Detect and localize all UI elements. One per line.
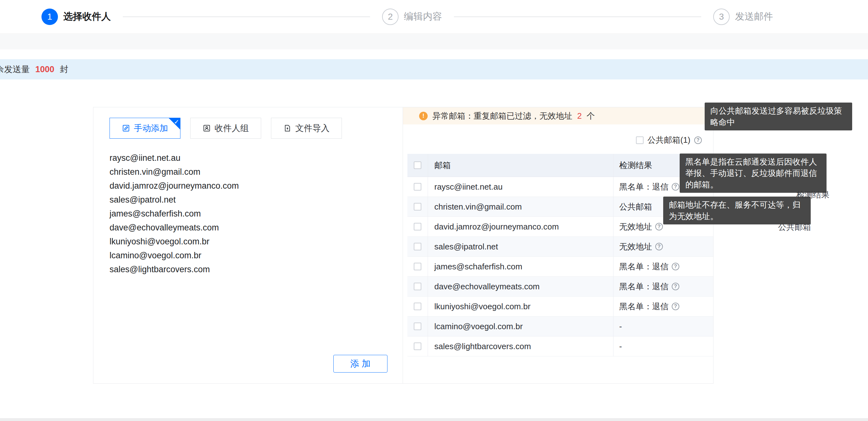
select-all-cell — [407, 154, 428, 177]
email-cell: lcamino@voegol.com.br — [428, 317, 613, 336]
email-line: christen.vin@gmail.com — [110, 165, 390, 179]
public-mailbox-checkbox[interactable] — [636, 137, 644, 144]
email-line: lkuniyoshi@voegol.com.br — [110, 235, 390, 248]
email-cell: sales@ipatrol.net — [428, 237, 613, 257]
email-cell: raysc@iinet.net.au — [428, 177, 613, 197]
row-checkbox[interactable] — [414, 342, 421, 350]
result-cell: - — [613, 317, 714, 336]
quota-unit: 封 — [60, 65, 68, 74]
row-checkbox[interactable] — [414, 243, 421, 250]
row-checkbox[interactable] — [414, 323, 421, 330]
email-line: david.jamroz@journeymanco.com — [110, 179, 390, 193]
check-result-pane: ! 异常邮箱：重复邮箱已过滤，无效地址 2 个 公共邮箱(1) ? 邮箱 检测结… — [403, 107, 713, 383]
email-line: raysc@iinet.net.au — [110, 151, 390, 165]
quota-amount: 1000 — [35, 65, 55, 74]
email-line: lcamino@voegol.com.br — [110, 248, 390, 263]
step-number: 1 — [41, 8, 58, 25]
result-text: 无效地址 — [619, 241, 652, 252]
result-text: 黑名单：退信 — [619, 181, 669, 192]
row-checkbox[interactable] — [414, 183, 421, 190]
row-checkbox-cell — [407, 177, 428, 197]
result-text: 黑名单：退信 — [619, 301, 669, 312]
email-line: james@schaferfish.com — [110, 207, 390, 221]
subheader-band — [0, 34, 868, 49]
step-label: 选择收件人 — [63, 10, 111, 23]
help-icon[interactable]: ? — [672, 303, 679, 310]
help-icon[interactable]: ? — [655, 243, 663, 250]
email-line: dave@echovalleymeats.com — [110, 221, 390, 235]
warning-icon: ! — [419, 112, 428, 120]
help-icon[interactable]: ? — [672, 183, 679, 190]
recipient-group-icon — [203, 124, 211, 132]
row-checkbox-cell — [407, 257, 428, 276]
row-checkbox[interactable] — [414, 303, 421, 310]
table-row: sales@lightbarcovers.com- — [407, 336, 713, 356]
tab-label: 手动添加 — [134, 122, 168, 134]
step-2: 2编辑内容 — [382, 8, 442, 25]
step-label: 发送邮件 — [735, 10, 773, 23]
public-mailbox-help-icon[interactable]: ? — [694, 137, 702, 144]
email-cell: dave@echovalleymeats.com — [428, 277, 613, 296]
abnormal-mailbox-banner: ! 异常邮箱：重复邮箱已过滤，无效地址 2 个 — [403, 107, 713, 124]
step-1: 1选择收件人 — [41, 8, 111, 25]
email-cell: david.jamroz@journeymanco.com — [428, 217, 613, 237]
step-3: 3发送邮件 — [713, 8, 773, 25]
email-line: sales@ipatrol.net — [110, 193, 390, 207]
row-checkbox-cell — [407, 297, 428, 316]
result-text: 公共邮箱 — [619, 201, 652, 212]
email-cell: lkuniyoshi@voegol.com.br — [428, 297, 613, 316]
tab-recipient-group[interactable]: 收件人组 — [190, 118, 261, 139]
table-row: dave@echovalleymeats.com黑名单：退信? — [407, 277, 713, 297]
help-icon[interactable]: ? — [672, 263, 679, 270]
banner-suffix: 个 — [587, 111, 595, 121]
recipient-selection-card: 手动添加✓收件人组文件导入 raysc@iinet.net.auchristen… — [93, 107, 714, 384]
result-text: 黑名单：退信 — [619, 281, 669, 292]
row-checkbox[interactable] — [414, 223, 421, 231]
quota-text: 余发送量 1000 封 — [0, 64, 68, 75]
tab-manual-add[interactable]: 手动添加✓ — [110, 118, 180, 139]
row-checkbox-cell — [407, 317, 428, 336]
email-cell: james@schaferfish.com — [428, 257, 613, 276]
invalid-count: 2 — [577, 111, 582, 121]
banner-text: 异常邮箱：重复邮箱已过滤，无效地址 2 个 — [432, 111, 595, 122]
public-mailbox-filter: 公共邮箱(1) ? — [636, 134, 702, 146]
row-checkbox-cell — [407, 237, 428, 257]
step-number: 2 — [382, 8, 399, 25]
manual-email-input[interactable]: raysc@iinet.net.auchristen.vin@gmail.com… — [110, 151, 390, 342]
step-number: 3 — [713, 8, 730, 25]
tooltip: 邮箱地址不存在、服务不可达等，归为无效地址。 — [663, 197, 811, 224]
quota-bar: 余发送量 1000 封 — [0, 59, 868, 80]
email-cell: christen.vin@gmail.com — [428, 197, 613, 216]
result-cell: 无效地址? — [613, 237, 714, 257]
table-row: james@schaferfish.com黑名单：退信? — [407, 257, 713, 277]
manual-add-pane: 手动添加✓收件人组文件导入 raysc@iinet.net.auchristen… — [93, 107, 403, 383]
help-icon[interactable]: ? — [672, 283, 679, 290]
select-all-checkbox[interactable] — [414, 161, 421, 169]
email-line: sales@lightbarcovers.com — [110, 263, 390, 276]
help-icon[interactable]: ? — [655, 223, 663, 231]
check-result-table: 邮箱 检测结果 raysc@iinet.net.au黑名单：退信?christe… — [407, 154, 713, 356]
public-mailbox-label: 公共邮箱(1) — [647, 134, 690, 146]
table-row: lkuniyoshi@voegol.com.br黑名单：退信? — [407, 297, 713, 317]
row-checkbox-cell — [407, 217, 428, 237]
step-label: 编辑内容 — [404, 10, 442, 23]
row-checkbox[interactable] — [414, 283, 421, 290]
email-column-header: 邮箱 — [428, 154, 613, 177]
manual-add-icon — [122, 124, 130, 132]
row-checkbox[interactable] — [414, 263, 421, 270]
email-cell: sales@lightbarcovers.com — [428, 336, 613, 356]
bottom-strip — [0, 418, 868, 421]
table-row: lcamino@voegol.com.br- — [407, 317, 713, 336]
step-connector — [454, 17, 701, 17]
tab-label: 收件人组 — [215, 122, 249, 134]
table-header: 邮箱 检测结果 — [407, 154, 713, 177]
step-indicator: 1选择收件人2编辑内容3发送邮件 — [0, 0, 868, 34]
tab-label: 文件导入 — [296, 122, 330, 134]
add-button[interactable]: 添 加 — [333, 355, 388, 372]
row-checkbox[interactable] — [414, 203, 421, 210]
step-connector — [123, 17, 370, 17]
tab-file-import[interactable]: 文件导入 — [271, 118, 342, 139]
result-cell: 黑名单：退信? — [613, 277, 714, 296]
result-text: 无效地址 — [619, 221, 652, 232]
result-cell: 黑名单：退信? — [613, 297, 714, 316]
